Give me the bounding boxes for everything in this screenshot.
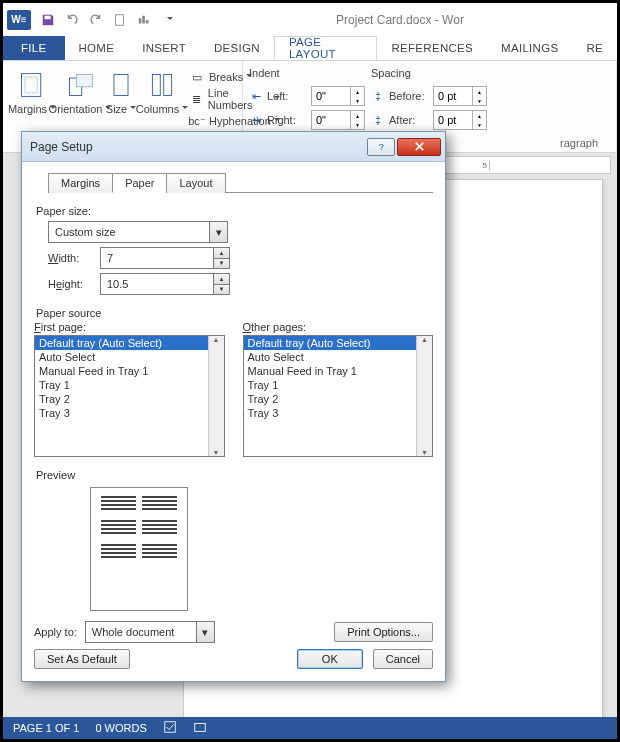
apply-to-combo[interactable]: Whole document ▾ bbox=[85, 621, 215, 643]
height-label: Height: bbox=[48, 278, 92, 290]
ok-button[interactable]: OK bbox=[297, 649, 363, 669]
dialog-backdrop: Page Setup ? Margins Paper Layout Paper … bbox=[3, 3, 617, 739]
first-page-label: First page: bbox=[34, 321, 225, 333]
scrollbar[interactable]: ▲▼ bbox=[416, 336, 432, 456]
apply-to-label: Apply to: bbox=[34, 626, 77, 638]
preview-label: Preview bbox=[36, 469, 433, 481]
cancel-button[interactable]: Cancel bbox=[373, 649, 433, 669]
width-input[interactable]: 7▲▼ bbox=[100, 247, 230, 269]
dialog-help-button[interactable]: ? bbox=[367, 138, 395, 156]
tray-option[interactable]: Auto Select bbox=[244, 350, 417, 364]
dlg-tab-layout[interactable]: Layout bbox=[166, 173, 225, 193]
height-input[interactable]: 10.5▲▼ bbox=[100, 273, 230, 295]
set-as-default-button[interactable]: Set As Default bbox=[34, 649, 130, 669]
dialog-tabs: Margins Paper Layout bbox=[48, 172, 433, 193]
tray-option[interactable]: Tray 2 bbox=[244, 392, 417, 406]
tray-option[interactable]: Tray 2 bbox=[35, 392, 208, 406]
dialog-close-button[interactable] bbox=[397, 138, 441, 156]
preview-thumbnail bbox=[90, 487, 188, 611]
chevron-down-icon: ▾ bbox=[196, 622, 214, 642]
paper-source-label: Paper source bbox=[36, 307, 433, 319]
tray-option[interactable]: Default tray (Auto Select) bbox=[244, 336, 417, 350]
tray-option[interactable]: Default tray (Auto Select) bbox=[35, 336, 208, 350]
other-pages-items: Default tray (Auto Select)Auto SelectMan… bbox=[244, 336, 417, 456]
paper-size-label: Paper size: bbox=[36, 205, 433, 217]
dialog-title: Page Setup bbox=[30, 140, 93, 154]
first-page-listbox[interactable]: Default tray (Auto Select)Auto SelectMan… bbox=[34, 335, 225, 457]
tray-option[interactable]: Auto Select bbox=[35, 350, 208, 364]
tray-option[interactable]: Tray 3 bbox=[244, 406, 417, 420]
scrollbar[interactable]: ▲▼ bbox=[208, 336, 224, 456]
dlg-tab-paper[interactable]: Paper bbox=[112, 173, 167, 193]
other-pages-label: Other pages: bbox=[243, 321, 434, 333]
page-setup-dialog: Page Setup ? Margins Paper Layout Paper … bbox=[21, 131, 446, 682]
chevron-down-icon: ▾ bbox=[209, 222, 227, 242]
svg-text:?: ? bbox=[378, 142, 383, 152]
dlg-tab-margins[interactable]: Margins bbox=[48, 173, 113, 193]
other-pages-listbox[interactable]: Default tray (Auto Select)Auto SelectMan… bbox=[243, 335, 434, 457]
first-page-items: Default tray (Auto Select)Auto SelectMan… bbox=[35, 336, 208, 456]
tray-option[interactable]: Manual Feed in Tray 1 bbox=[35, 364, 208, 378]
tray-option[interactable]: Tray 1 bbox=[35, 378, 208, 392]
width-label: Width: bbox=[48, 252, 92, 264]
tray-option[interactable]: Manual Feed in Tray 1 bbox=[244, 364, 417, 378]
print-options-button[interactable]: Print Options... bbox=[334, 622, 433, 642]
dialog-titlebar[interactable]: Page Setup ? bbox=[22, 132, 445, 162]
paper-size-combo[interactable]: Custom size ▾ bbox=[48, 221, 228, 243]
tray-option[interactable]: Tray 3 bbox=[35, 406, 208, 420]
tray-option[interactable]: Tray 1 bbox=[244, 378, 417, 392]
